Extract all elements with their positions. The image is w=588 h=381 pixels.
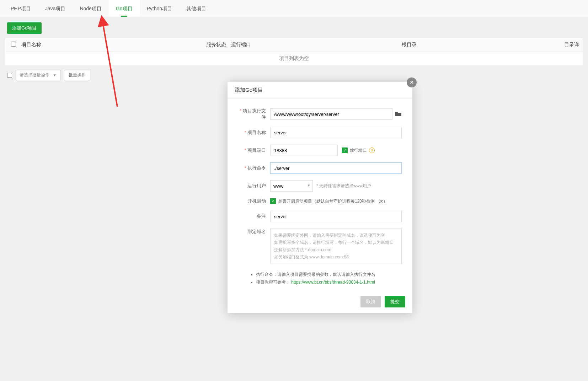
label-autostart: 开机启动 <box>238 198 270 204</box>
exec-cmd-input[interactable] <box>270 162 402 174</box>
tip-tutorial-prefix: 项目教程可参考： <box>256 280 290 285</box>
label-exec-file: 项目执行文件 <box>238 108 270 120</box>
autostart-text: 是否开启启动项目（默认自带守护进程每120秒检测一次） <box>278 198 387 204</box>
run-user-hint: * 无特殊需求请选择www用户 <box>316 183 371 189</box>
open-port-label: 放行端口 <box>350 147 367 154</box>
project-name-input[interactable] <box>270 127 402 138</box>
tip-tutorial: 项目教程可参考： https://www.bt.cn/bbs/thread-93… <box>256 278 402 286</box>
close-icon[interactable]: ✕ <box>407 77 417 87</box>
port-input[interactable] <box>270 145 338 156</box>
tutorial-link[interactable]: https://www.bt.cn/bbs/thread-93034-1-1.h… <box>291 280 375 285</box>
cancel-button[interactable]: 取消 <box>360 296 381 307</box>
modal-title: 添加Go项目 <box>228 82 412 99</box>
submit-button[interactable]: 提交 <box>385 296 405 307</box>
help-icon[interactable]: ? <box>369 147 375 153</box>
tip-exec-cmd: 执行命令：请输入项目需要携带的参数，默认请输入执行文件名 <box>256 270 402 279</box>
label-domain: 绑定域名 <box>238 229 270 235</box>
autostart-checkbox[interactable]: ✓ <box>270 198 276 204</box>
modal-tips: 执行命令：请输入项目需要携带的参数，默认请输入执行文件名 项目教程可参考： ht… <box>238 270 402 287</box>
folder-icon[interactable] <box>395 111 402 117</box>
remark-input[interactable] <box>270 211 402 222</box>
open-port-checkbox[interactable]: ✓ <box>342 147 348 153</box>
label-exec-cmd: 执行命令 <box>238 165 270 171</box>
label-port: 项目端口 <box>238 147 270 154</box>
label-project-name: 项目名称 <box>238 129 270 136</box>
label-remark: 备注 <box>238 213 270 220</box>
exec-file-input[interactable] <box>270 108 392 120</box>
run-user-select[interactable]: www <box>270 180 313 192</box>
add-go-project-modal: ✕ 添加Go项目 项目执行文件 项目名称 项目端口 ✓ 放行端口 ? 执行命令 <box>228 82 412 313</box>
label-run-user: 运行用户 <box>238 183 270 189</box>
domain-textarea[interactable]: 如果需要绑定外网，请输入需要绑定的域名，该选项可为空 如需填写多个域名，请换行填… <box>270 229 402 264</box>
